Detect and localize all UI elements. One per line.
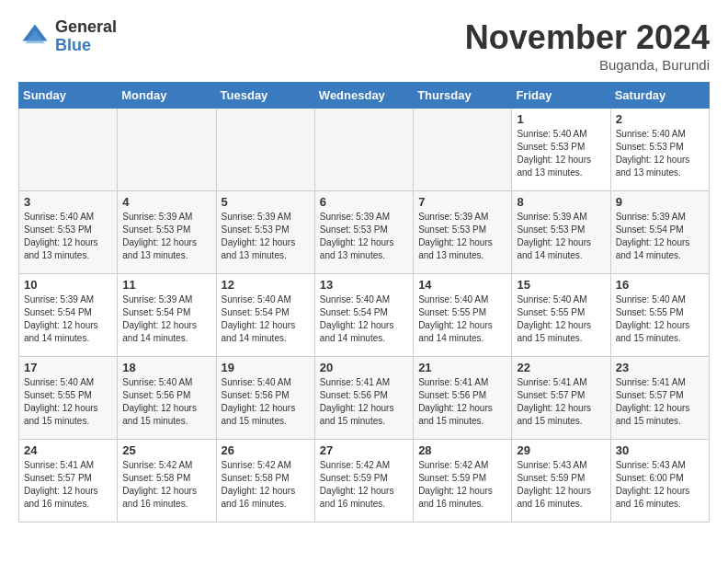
empty-cell	[314, 109, 413, 191]
day-number: 9	[616, 195, 704, 209]
day-info: Sunrise: 5:39 AMSunset: 5:53 PMDaylight:…	[517, 211, 605, 262]
day-info: Sunrise: 5:39 AMSunset: 5:54 PMDaylight:…	[616, 211, 704, 262]
day-number: 8	[517, 195, 605, 209]
location: Buganda, Burundi	[465, 57, 710, 73]
col-header-tuesday: Tuesday	[216, 83, 314, 109]
day-cell-5: 5Sunrise: 5:39 AMSunset: 5:53 PMDaylight…	[216, 191, 314, 274]
title-area: November 2024 Buganda, Burundi	[465, 18, 710, 73]
day-cell-10: 10Sunrise: 5:39 AMSunset: 5:54 PMDayligh…	[19, 274, 118, 357]
day-number: 4	[122, 195, 210, 209]
day-cell-11: 11Sunrise: 5:39 AMSunset: 5:54 PMDayligh…	[118, 274, 216, 357]
day-info: Sunrise: 5:40 AMSunset: 5:53 PMDaylight:…	[616, 128, 704, 179]
day-number: 6	[320, 195, 408, 209]
day-info: Sunrise: 5:41 AMSunset: 5:57 PMDaylight:…	[616, 376, 704, 428]
day-number: 10	[24, 278, 112, 292]
month-title: November 2024	[465, 18, 710, 57]
page-header: General Blue November 2024 Buganda, Buru…	[18, 18, 710, 73]
day-number: 29	[517, 443, 605, 457]
day-cell-21: 21Sunrise: 5:41 AMSunset: 5:56 PMDayligh…	[414, 357, 512, 440]
week-row-4: 17Sunrise: 5:40 AMSunset: 5:55 PMDayligh…	[19, 357, 710, 440]
day-info: Sunrise: 5:40 AMSunset: 5:55 PMDaylight:…	[616, 293, 704, 345]
col-header-saturday: Saturday	[610, 83, 709, 109]
day-cell-1: 1Sunrise: 5:40 AMSunset: 5:53 PMDaylight…	[512, 109, 610, 191]
day-number: 27	[320, 443, 408, 457]
logo-text: General Blue	[55, 18, 117, 55]
day-cell-20: 20Sunrise: 5:41 AMSunset: 5:56 PMDayligh…	[314, 357, 413, 440]
day-info: Sunrise: 5:40 AMSunset: 5:54 PMDaylight:…	[222, 293, 310, 345]
day-info: Sunrise: 5:39 AMSunset: 5:54 PMDaylight:…	[122, 293, 210, 345]
day-info: Sunrise: 5:42 AMSunset: 5:59 PMDaylight:…	[418, 459, 506, 511]
day-cell-2: 2Sunrise: 5:40 AMSunset: 5:53 PMDaylight…	[610, 109, 709, 191]
day-info: Sunrise: 5:39 AMSunset: 5:53 PMDaylight:…	[222, 211, 310, 262]
day-info: Sunrise: 5:42 AMSunset: 5:58 PMDaylight:…	[122, 459, 210, 511]
day-number: 17	[24, 361, 112, 374]
day-info: Sunrise: 5:40 AMSunset: 5:55 PMDaylight:…	[24, 376, 112, 428]
day-number: 16	[616, 278, 704, 292]
day-number: 19	[222, 361, 310, 374]
day-cell-18: 18Sunrise: 5:40 AMSunset: 5:56 PMDayligh…	[118, 357, 216, 440]
day-cell-14: 14Sunrise: 5:40 AMSunset: 5:55 PMDayligh…	[414, 274, 512, 357]
col-header-monday: Monday	[118, 83, 216, 109]
day-info: Sunrise: 5:42 AMSunset: 5:59 PMDaylight:…	[320, 459, 408, 511]
day-number: 14	[418, 278, 506, 292]
week-row-3: 10Sunrise: 5:39 AMSunset: 5:54 PMDayligh…	[19, 274, 710, 357]
day-info: Sunrise: 5:41 AMSunset: 5:56 PMDaylight:…	[320, 376, 408, 428]
day-cell-28: 28Sunrise: 5:42 AMSunset: 5:59 PMDayligh…	[414, 440, 512, 523]
day-cell-16: 16Sunrise: 5:40 AMSunset: 5:55 PMDayligh…	[610, 274, 709, 357]
day-cell-12: 12Sunrise: 5:40 AMSunset: 5:54 PMDayligh…	[216, 274, 314, 357]
day-cell-13: 13Sunrise: 5:40 AMSunset: 5:54 PMDayligh…	[314, 274, 413, 357]
day-info: Sunrise: 5:39 AMSunset: 5:53 PMDaylight:…	[418, 211, 506, 262]
logo-general: General	[55, 18, 117, 37]
day-number: 7	[418, 195, 506, 209]
day-cell-24: 24Sunrise: 5:41 AMSunset: 5:57 PMDayligh…	[19, 440, 118, 523]
day-info: Sunrise: 5:43 AMSunset: 5:59 PMDaylight:…	[517, 459, 605, 511]
empty-cell	[19, 109, 118, 191]
day-info: Sunrise: 5:40 AMSunset: 5:54 PMDaylight:…	[320, 293, 408, 345]
day-number: 25	[122, 443, 210, 457]
day-number: 22	[517, 361, 605, 374]
day-info: Sunrise: 5:41 AMSunset: 5:57 PMDaylight:…	[24, 459, 112, 511]
day-number: 12	[222, 278, 310, 292]
day-cell-9: 9Sunrise: 5:39 AMSunset: 5:54 PMDaylight…	[610, 191, 709, 274]
day-cell-7: 7Sunrise: 5:39 AMSunset: 5:53 PMDaylight…	[414, 191, 512, 274]
day-info: Sunrise: 5:40 AMSunset: 5:53 PMDaylight:…	[517, 128, 605, 179]
day-cell-19: 19Sunrise: 5:40 AMSunset: 5:56 PMDayligh…	[216, 357, 314, 440]
day-info: Sunrise: 5:40 AMSunset: 5:53 PMDaylight:…	[24, 211, 112, 262]
week-row-1: 1Sunrise: 5:40 AMSunset: 5:53 PMDaylight…	[19, 109, 710, 191]
day-cell-26: 26Sunrise: 5:42 AMSunset: 5:58 PMDayligh…	[216, 440, 314, 523]
day-number: 2	[616, 112, 704, 126]
day-info: Sunrise: 5:40 AMSunset: 5:55 PMDaylight:…	[517, 293, 605, 345]
day-info: Sunrise: 5:40 AMSunset: 5:56 PMDaylight:…	[222, 376, 310, 428]
day-cell-25: 25Sunrise: 5:42 AMSunset: 5:58 PMDayligh…	[118, 440, 216, 523]
day-number: 28	[418, 443, 506, 457]
empty-cell	[216, 109, 314, 191]
day-number: 30	[616, 443, 704, 457]
day-cell-17: 17Sunrise: 5:40 AMSunset: 5:55 PMDayligh…	[19, 357, 118, 440]
logo-icon	[18, 20, 51, 53]
empty-cell	[118, 109, 216, 191]
day-cell-15: 15Sunrise: 5:40 AMSunset: 5:55 PMDayligh…	[512, 274, 610, 357]
day-info: Sunrise: 5:43 AMSunset: 6:00 PMDaylight:…	[616, 459, 704, 511]
day-number: 20	[320, 361, 408, 374]
day-cell-27: 27Sunrise: 5:42 AMSunset: 5:59 PMDayligh…	[314, 440, 413, 523]
day-number: 15	[517, 278, 605, 292]
day-info: Sunrise: 5:42 AMSunset: 5:58 PMDaylight:…	[222, 459, 310, 511]
day-number: 11	[122, 278, 210, 292]
day-info: Sunrise: 5:39 AMSunset: 5:53 PMDaylight:…	[122, 211, 210, 262]
col-header-friday: Friday	[512, 83, 610, 109]
day-cell-30: 30Sunrise: 5:43 AMSunset: 6:00 PMDayligh…	[610, 440, 709, 523]
calendar-table: SundayMondayTuesdayWednesdayThursdayFrid…	[18, 82, 710, 523]
week-row-2: 3Sunrise: 5:40 AMSunset: 5:53 PMDaylight…	[19, 191, 710, 274]
day-number: 13	[320, 278, 408, 292]
day-number: 1	[517, 112, 605, 126]
day-info: Sunrise: 5:41 AMSunset: 5:57 PMDaylight:…	[517, 376, 605, 428]
col-header-wednesday: Wednesday	[314, 83, 413, 109]
day-number: 3	[24, 195, 112, 209]
calendar-header-row: SundayMondayTuesdayWednesdayThursdayFrid…	[19, 83, 710, 109]
col-header-thursday: Thursday	[414, 83, 512, 109]
col-header-sunday: Sunday	[19, 83, 118, 109]
logo-blue: Blue	[55, 37, 117, 55]
day-number: 26	[222, 443, 310, 457]
logo: General Blue	[18, 18, 117, 55]
day-number: 24	[24, 443, 112, 457]
